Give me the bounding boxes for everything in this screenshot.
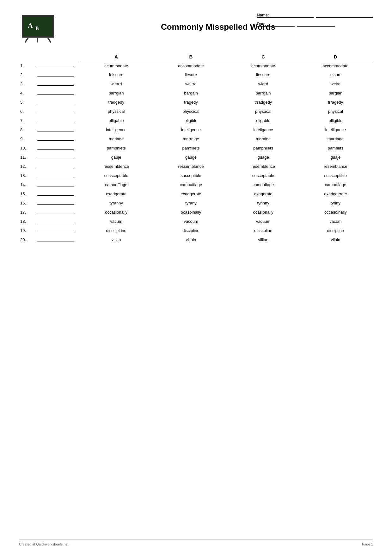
col-a-cell: tyranny: [79, 198, 153, 208]
col-c-cell: inteligance: [229, 125, 298, 134]
col-c-cell: maraige: [229, 134, 298, 143]
col-b-cell: tyrany: [153, 198, 228, 208]
answer-cell[interactable]: [35, 79, 79, 88]
col-a-cell: vacum: [79, 217, 153, 226]
answer-blank[interactable]: [37, 90, 74, 95]
table-row: 4.barrgianbargainbarrgainbargian: [19, 88, 373, 98]
row-number: 14.: [19, 180, 35, 189]
col-c-cell: acommodate: [229, 61, 298, 70]
col-a-cell: camoofflage: [79, 180, 153, 189]
col-c-cell: physacal: [229, 107, 298, 116]
answer-blank[interactable]: [37, 100, 74, 104]
answer-cell[interactable]: [35, 189, 79, 198]
answer-cell[interactable]: [35, 98, 79, 107]
col-b-cell: susceptible: [153, 171, 228, 180]
name-date-area: Name: Date:: [255, 13, 373, 27]
table-row: 7.elligableeligibleeligableelligible: [19, 116, 373, 125]
table-row: 6.physsicalphyscicalphysacalphysical: [19, 107, 373, 116]
answer-blank[interactable]: [37, 81, 74, 86]
answer-blank[interactable]: [37, 228, 74, 232]
answer-blank[interactable]: [37, 109, 74, 113]
col-c-cell: pamphllets: [229, 143, 298, 153]
table-row: 12.ressemblenceressemblanceresemblencere…: [19, 162, 373, 171]
answer-blank[interactable]: [37, 237, 74, 241]
table-row: 14.camoofflagecamoufflagecamouflagecamoo…: [19, 180, 373, 189]
col-d-cell: marriage: [298, 134, 373, 143]
answer-cell[interactable]: [35, 217, 79, 226]
answer-blank[interactable]: [37, 173, 74, 177]
answer-cell[interactable]: [35, 134, 79, 143]
col-b-cell: eligible: [153, 116, 228, 125]
answer-blank[interactable]: [37, 155, 74, 159]
col-d-cell: vilain: [298, 235, 373, 244]
answer-blank[interactable]: [37, 145, 74, 150]
answer-cell[interactable]: [35, 198, 79, 208]
row-number: 3.: [19, 79, 35, 88]
table-row: 1.acummodateaccommodateacommodateaccommo…: [19, 61, 373, 70]
col-d-cell: exadggerate: [298, 189, 373, 198]
col-a-cell: mariage: [79, 134, 153, 143]
answer-cell[interactable]: [35, 162, 79, 171]
date-blank: [297, 21, 335, 27]
col-d-cell: bargian: [298, 88, 373, 98]
answer-cell[interactable]: [35, 171, 79, 180]
table-row: 11.gaujegaugeguageguaje: [19, 153, 373, 162]
col-a-cell: vilian: [79, 235, 153, 244]
answer-cell[interactable]: [35, 125, 79, 134]
table-row: 2.leissureliesureliessureleisure: [19, 70, 373, 79]
footer: Created at Quickworksheets.net Page 1: [19, 539, 373, 546]
row-number: 12.: [19, 162, 35, 171]
col-a-header: A: [79, 52, 153, 61]
answer-blank[interactable]: [37, 182, 74, 186]
svg-rect-5: [22, 37, 54, 38]
answer-blank[interactable]: [37, 191, 74, 196]
answer-blank[interactable]: [37, 63, 74, 67]
answer-cell[interactable]: [35, 180, 79, 189]
table-header-row: A B C D: [19, 52, 373, 61]
answer-blank[interactable]: [37, 136, 74, 141]
answer-blank[interactable]: [37, 210, 74, 214]
col-d-cell: guaje: [298, 153, 373, 162]
date-line: Date:: [255, 21, 373, 27]
col-d-cell: pamflets: [298, 143, 373, 153]
row-number: 18.: [19, 217, 35, 226]
answer-cell[interactable]: [35, 107, 79, 116]
row-number: 11.: [19, 153, 35, 162]
answer-cell[interactable]: [35, 208, 79, 217]
col-b-cell: liesure: [153, 70, 228, 79]
col-d-header: D: [298, 52, 373, 61]
answer-blank[interactable]: [37, 200, 74, 205]
answer-cell[interactable]: [35, 116, 79, 125]
col-c-cell: trradgedy: [229, 98, 298, 107]
answer-blank[interactable]: [37, 219, 74, 223]
col-a-cell: leissure: [79, 70, 153, 79]
table-row: 3.wierrdweirrdwierdweird: [19, 79, 373, 88]
answer-blank[interactable]: [37, 118, 74, 122]
col-b-cell: bargain: [153, 88, 228, 98]
answer-cell[interactable]: [35, 88, 79, 98]
col-a-cell: intelligence: [79, 125, 153, 134]
answer-blank[interactable]: [37, 127, 74, 131]
col-a-cell: disscipLine: [79, 226, 153, 235]
answer-blank[interactable]: [37, 72, 74, 76]
answer-cell[interactable]: [35, 226, 79, 235]
row-number: 7.: [19, 116, 35, 125]
col-c-cell: eligable: [229, 116, 298, 125]
answer-cell[interactable]: [35, 153, 79, 162]
col-a-cell: sussceptable: [79, 171, 153, 180]
footer-left: Created at Quickworksheets.net: [19, 542, 69, 546]
answer-cell[interactable]: [35, 70, 79, 79]
col-c-cell: liessure: [229, 70, 298, 79]
row-number: 9.: [19, 134, 35, 143]
col-a-cell: wierrd: [79, 79, 153, 88]
svg-text:A: A: [28, 21, 33, 29]
table-row: 8.intelligenceinteligenceinteliganceinte…: [19, 125, 373, 134]
answer-blank[interactable]: [37, 164, 74, 168]
row-number: 10.: [19, 143, 35, 153]
col-b-cell: accommodate: [153, 61, 228, 70]
page: Name: Date: A B Commonly Missp: [0, 0, 392, 554]
answer-cell[interactable]: [35, 235, 79, 244]
col-a-cell: elligable: [79, 116, 153, 125]
answer-cell[interactable]: [35, 143, 79, 153]
answer-cell[interactable]: [35, 61, 79, 70]
